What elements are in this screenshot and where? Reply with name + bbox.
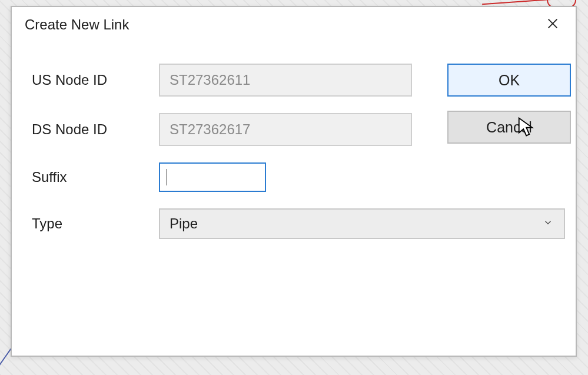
text-caret bbox=[167, 169, 167, 185]
cancel-button-label: Cancel bbox=[486, 119, 532, 136]
us-node-id-value: ST27362611 bbox=[170, 72, 250, 88]
ds-node-id-value: ST27362617 bbox=[170, 121, 250, 138]
suffix-input[interactable] bbox=[159, 162, 266, 192]
titlebar: Create New Link bbox=[12, 7, 576, 40]
us-node-id-field[interactable]: ST27362611 bbox=[159, 64, 412, 97]
cancel-button[interactable]: Cancel bbox=[447, 111, 571, 144]
ok-button-label: OK bbox=[499, 72, 520, 89]
us-node-id-label: US Node ID bbox=[29, 72, 153, 88]
type-select[interactable]: Pipe bbox=[159, 208, 565, 239]
close-icon bbox=[546, 17, 559, 32]
chevron-down-icon bbox=[543, 217, 553, 230]
dialog-side-buttons: OK Cancel bbox=[418, 64, 571, 144]
type-selected-value: Pipe bbox=[170, 215, 198, 232]
dialog-title: Create New Link bbox=[25, 16, 129, 33]
suffix-label: Suffix bbox=[29, 169, 153, 185]
dialog-content: US Node ID ST27362611 OK Cancel DS Node … bbox=[12, 40, 576, 251]
ds-node-id-field[interactable]: ST27362617 bbox=[159, 113, 412, 146]
type-label: Type bbox=[29, 215, 153, 232]
ok-button[interactable]: OK bbox=[447, 64, 571, 97]
ds-node-id-label: DS Node ID bbox=[29, 121, 153, 138]
close-button[interactable] bbox=[543, 15, 563, 35]
create-new-link-dialog: Create New Link US Node ID ST27362611 OK bbox=[11, 6, 577, 357]
form-grid: US Node ID ST27362611 OK Cancel DS Node … bbox=[29, 64, 558, 239]
